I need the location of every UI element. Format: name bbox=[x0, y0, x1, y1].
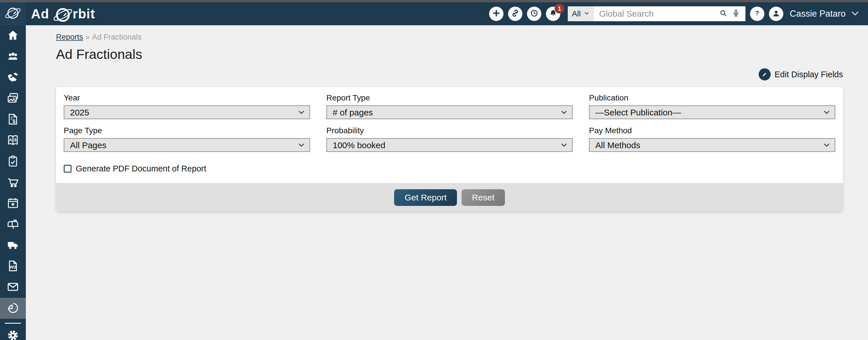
add-button[interactable] bbox=[489, 7, 503, 21]
pay-method-label: Pay Method bbox=[589, 126, 835, 135]
creatives-images-icon bbox=[7, 92, 19, 106]
sidebar-item-reports[interactable] bbox=[0, 298, 26, 319]
sidebar-item-mailbox[interactable] bbox=[0, 214, 26, 235]
page-type-select[interactable]: All Pages bbox=[64, 138, 310, 152]
year-label: Year bbox=[64, 93, 310, 102]
history-icon bbox=[530, 9, 539, 19]
reset-button[interactable]: Reset bbox=[462, 189, 505, 206]
chevron-down-icon bbox=[584, 9, 590, 19]
sidebar-item-home[interactable] bbox=[0, 25, 26, 46]
breadcrumb: Reports»Ad Fractionals bbox=[56, 33, 868, 42]
orbit-o-icon bbox=[53, 5, 73, 23]
sidebar-item-events[interactable] bbox=[0, 193, 26, 214]
svg-text:A: A bbox=[9, 137, 12, 142]
generate-pdf-checkbox[interactable] bbox=[64, 165, 71, 173]
sidebar-divider bbox=[5, 323, 21, 323]
chevron-down-icon[interactable] bbox=[850, 8, 860, 19]
sidebar-item-email[interactable] bbox=[0, 277, 26, 298]
pencil-icon bbox=[758, 68, 771, 81]
tasks-clipboard-check-icon bbox=[7, 155, 19, 168]
sidebar-item-tasks[interactable] bbox=[0, 151, 26, 172]
brand-wordmark: Ad rbit bbox=[31, 5, 95, 23]
sidebar-item-contacts[interactable] bbox=[0, 46, 26, 67]
sidebar-item-delivery[interactable] bbox=[0, 235, 26, 256]
user-menu-button[interactable] bbox=[769, 7, 783, 21]
pay-method-select[interactable]: All Methods bbox=[589, 138, 835, 152]
rate-book-icon: A $ bbox=[7, 134, 19, 148]
field-year: Year 2025 bbox=[64, 93, 310, 119]
edit-display-fields-label: Edit Display Fields bbox=[774, 70, 843, 79]
field-report-type: Report Type # of pages bbox=[327, 93, 572, 119]
form-actions: Get Report Reset bbox=[56, 183, 843, 212]
breadcrumb-reports-link[interactable]: Reports bbox=[56, 33, 83, 41]
field-pay-method: Pay Method All Methods bbox=[589, 126, 835, 152]
report-filter-card: Year 2025 Report Type # of pag bbox=[56, 87, 843, 212]
link-icon bbox=[510, 9, 520, 19]
sidebar-item-orders[interactable] bbox=[0, 172, 26, 193]
search-scope-select[interactable]: All bbox=[568, 6, 594, 21]
w2-file-icon: W2 bbox=[7, 259, 19, 273]
get-report-button[interactable]: Get Report bbox=[394, 189, 457, 206]
help-icon: ? bbox=[753, 9, 762, 19]
help-button[interactable]: ? bbox=[750, 7, 764, 21]
page-type-label: Page Type bbox=[64, 126, 310, 135]
field-probability: Probability 100% booked bbox=[327, 126, 572, 152]
app-header: Ad rbit bbox=[0, 2, 868, 25]
brand-text-ad: Ad bbox=[31, 6, 53, 22]
invoice-dollar-icon: $ bbox=[7, 113, 19, 127]
sidebar-item-creatives[interactable] bbox=[0, 88, 26, 109]
delivery-truck-icon bbox=[7, 239, 19, 252]
report-type-label: Report Type bbox=[327, 93, 572, 102]
svg-text:?: ? bbox=[755, 10, 759, 17]
sidebar-item-w2[interactable]: W2 bbox=[0, 256, 26, 277]
search-input-icons bbox=[717, 6, 745, 21]
sidebar-item-rate-card[interactable]: A $ bbox=[0, 130, 26, 151]
field-page-type: Page Type All Pages bbox=[64, 126, 310, 152]
breadcrumb-separator: » bbox=[86, 33, 90, 41]
probability-label: Probability bbox=[327, 126, 572, 135]
home-icon bbox=[7, 29, 19, 43]
email-envelope-icon bbox=[7, 281, 19, 295]
header-actions: 1 All bbox=[489, 6, 868, 21]
add-icon bbox=[492, 9, 501, 19]
mailbox-icon bbox=[7, 218, 19, 231]
events-calendar-star-icon bbox=[7, 197, 19, 211]
links-button[interactable] bbox=[508, 7, 522, 21]
breadcrumb-current: Ad Fractionals bbox=[92, 33, 142, 41]
user-name[interactable]: Cassie Pataro bbox=[789, 9, 846, 19]
svg-text:$: $ bbox=[14, 137, 17, 142]
page-title: Ad Fractionals bbox=[56, 46, 868, 62]
sidebar-item-settings[interactable] bbox=[0, 326, 26, 340]
sidebar-item-deals[interactable] bbox=[0, 67, 26, 88]
publication-select[interactable]: —Select Publication— bbox=[589, 105, 835, 119]
svg-text:$: $ bbox=[12, 118, 16, 124]
main-content: Reports»Ad Fractionals Ad Fractionals Ed… bbox=[26, 25, 868, 340]
report-filter-form: Year 2025 Report Type # of pag bbox=[56, 87, 843, 183]
settings-gear-icon bbox=[7, 329, 19, 340]
generate-pdf-row: Generate PDF Document of Report bbox=[64, 164, 835, 174]
search-scope-value: All bbox=[572, 9, 581, 19]
orders-cart-icon bbox=[7, 176, 19, 189]
notification-badge: 1 bbox=[555, 4, 564, 13]
deals-handshake-icon bbox=[7, 71, 19, 85]
report-type-select[interactable]: # of pages bbox=[327, 105, 572, 119]
probability-select[interactable]: 100% booked bbox=[327, 138, 572, 152]
global-search: All bbox=[568, 6, 745, 21]
sidebar-item-invoices[interactable]: $ bbox=[0, 109, 26, 130]
publication-label: Publication bbox=[589, 93, 835, 102]
generate-pdf-label: Generate PDF Document of Report bbox=[76, 164, 206, 174]
reports-pie-chart-icon bbox=[7, 302, 19, 315]
search-input[interactable] bbox=[594, 6, 717, 21]
edit-display-fields-button[interactable]: Edit Display Fields bbox=[758, 68, 843, 81]
notifications-button[interactable]: 1 bbox=[546, 7, 560, 21]
sidebar-nav: $ A $ bbox=[0, 25, 26, 340]
history-button[interactable] bbox=[527, 7, 541, 21]
browser-chrome-strip bbox=[0, 0, 868, 2]
microphone-icon[interactable] bbox=[732, 9, 740, 19]
orbit-planet-icon bbox=[4, 4, 22, 23]
app-logo[interactable] bbox=[0, 2, 26, 25]
search-icon[interactable] bbox=[719, 9, 727, 19]
svg-text:W2: W2 bbox=[10, 264, 17, 269]
avatar-icon bbox=[772, 9, 781, 19]
year-select[interactable]: 2025 bbox=[64, 105, 310, 119]
